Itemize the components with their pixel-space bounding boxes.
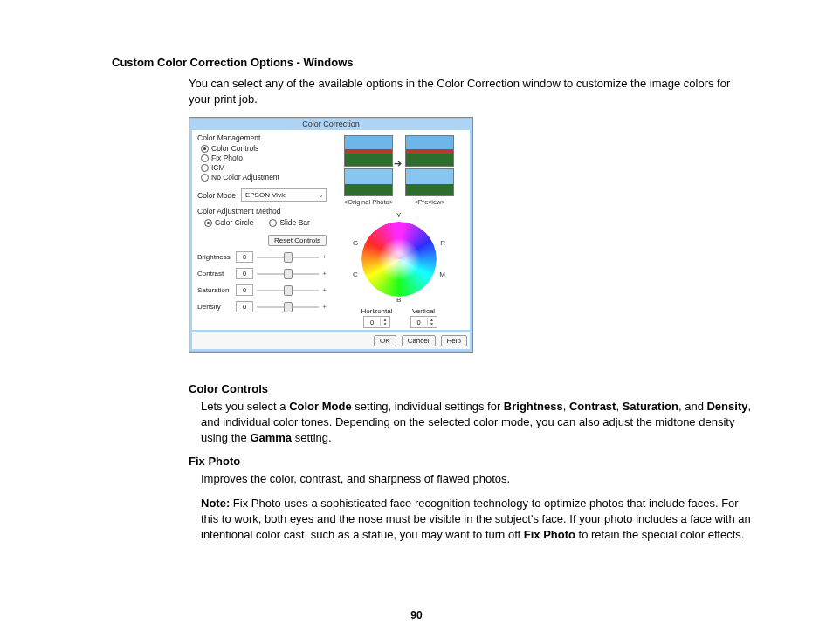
mgmt-label: Color Management <box>197 134 327 142</box>
section-heading: Custom Color Correction Options - Window… <box>112 56 754 69</box>
wheel-c-label: C <box>353 271 358 278</box>
radio-label: ICM <box>211 163 225 172</box>
saturation-value[interactable]: 0 <box>236 284 253 296</box>
spinner-arrows-icon: ▲▼ <box>380 318 389 326</box>
plus-icon: + <box>322 253 327 261</box>
select-value: EPSON Vivid <box>245 191 286 199</box>
wheel-b-label: B <box>396 296 401 304</box>
wheel-r-label: R <box>440 239 445 247</box>
brightness-label: Brightness <box>197 253 232 261</box>
original-photo-thumb-2 <box>344 168 393 196</box>
fix-photo-note: Note: Fix Photo uses a sophisticated fac… <box>201 496 754 543</box>
contrast-slider[interactable] <box>257 269 319 279</box>
horizontal-spinner[interactable]: 0 ▲▼ <box>363 316 390 328</box>
color-mode-label: Color Mode <box>197 191 236 200</box>
wheel-g-label: G <box>353 239 358 247</box>
radio-no-adjust[interactable]: No Color Adjustment <box>201 173 327 182</box>
radio-label: No Color Adjustment <box>211 173 279 182</box>
radio-fix-photo[interactable]: Fix Photo <box>201 154 327 162</box>
radio-label: Color Controls <box>211 144 258 153</box>
radio-color-circle[interactable]: Color Circle <box>204 218 253 227</box>
preview-photo-thumb <box>405 135 454 167</box>
vertical-label: Vertical <box>412 307 435 315</box>
radio-slide-bar[interactable]: Slide Bar <box>269 218 310 227</box>
cancel-button[interactable]: Cancel <box>402 335 436 346</box>
plus-icon: + <box>322 270 327 277</box>
saturation-label: Saturation <box>197 286 232 294</box>
spinner-arrows-icon: ▲▼ <box>427 318 437 326</box>
plus-icon: + <box>322 286 327 294</box>
plus-icon: + <box>322 303 327 311</box>
color-controls-heading: Color Controls <box>189 382 754 395</box>
radio-color-controls[interactable]: Color Controls <box>201 144 327 153</box>
radio-label: Slide Bar <box>279 218 310 227</box>
radio-icm[interactable]: ICM <box>201 163 327 172</box>
spin-value: 0 <box>411 319 427 326</box>
intro-text: You can select any of the available opti… <box>189 76 754 106</box>
contrast-value[interactable]: 0 <box>236 268 253 279</box>
wheel-y-label: Y <box>396 211 401 219</box>
spin-value: 0 <box>364 319 380 326</box>
arrow-right-icon: ➔ <box>394 158 402 169</box>
preview-label: <Preview> <box>414 198 444 206</box>
preview-photo-thumb-2 <box>405 168 454 196</box>
brightness-slider[interactable] <box>257 252 319 263</box>
density-value[interactable]: 0 <box>236 301 253 312</box>
radio-icon <box>201 164 209 172</box>
density-label: Density <box>197 303 232 311</box>
radio-icon <box>201 154 209 162</box>
brightness-value[interactable]: 0 <box>236 251 253 263</box>
radio-icon <box>201 174 209 182</box>
density-slider[interactable] <box>257 302 319 312</box>
radio-label: Fix Photo <box>211 154 243 162</box>
chevron-down-icon: ⌄ <box>318 191 324 199</box>
color-circle[interactable]: Y R M B C G <box>351 213 447 302</box>
help-button[interactable]: Help <box>441 335 467 346</box>
fix-photo-heading: Fix Photo <box>189 455 754 468</box>
radio-label: Color Circle <box>215 218 253 227</box>
vertical-spinner[interactable]: 0 ▲▼ <box>410 316 437 328</box>
radio-icon <box>201 145 209 153</box>
original-label: <Original Photo> <box>344 198 393 206</box>
contrast-label: Contrast <box>197 270 232 277</box>
fix-photo-desc: Improves the color, contrast, and sharpn… <box>201 471 754 487</box>
original-photo-thumb <box>344 135 393 167</box>
radio-icon <box>204 219 212 227</box>
saturation-slider[interactable] <box>257 285 319 296</box>
color-correction-dialog: Color Correction Color Management Color … <box>189 117 473 353</box>
color-mode-select[interactable]: EPSON Vivid ⌄ <box>241 188 327 202</box>
radio-icon <box>269 219 277 227</box>
reset-controls-button[interactable]: Reset Controls <box>268 235 327 246</box>
wheel-m-label: M <box>439 271 445 278</box>
horizontal-label: Horizontal <box>361 307 392 315</box>
ok-button[interactable]: OK <box>374 335 396 346</box>
adj-method-label: Color Adjustment Method <box>197 207 327 216</box>
dialog-title: Color Correction <box>189 118 472 130</box>
page-number: 90 <box>0 609 833 621</box>
color-controls-desc: Lets you select a Color Mode setting, in… <box>201 399 754 446</box>
